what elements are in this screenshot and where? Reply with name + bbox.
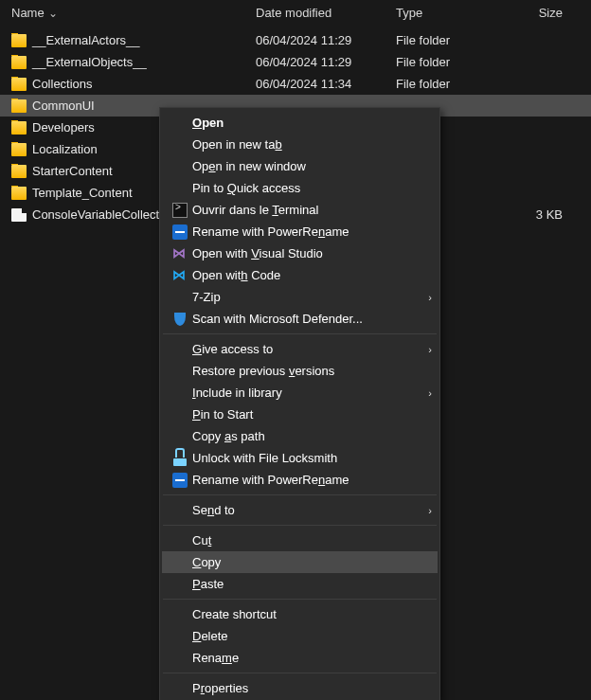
folder-icon	[11, 165, 27, 178]
menu-item-icon-slot	[168, 473, 192, 488]
visual-studio-icon: ⋈	[172, 246, 188, 261]
menu-item-icon-slot: ⋈	[168, 268, 192, 283]
menu-item-label: 7-Zip	[192, 290, 417, 304]
file-name-label: ConsoleVariableCollection	[32, 207, 176, 222]
file-type-label: File folder	[396, 55, 510, 69]
menu-item-label: Pin to Quick access	[192, 181, 417, 195]
menu-item-icon-slot	[168, 224, 192, 240]
file-date-label: 06/04/2024 11:34	[256, 77, 396, 91]
context-menu-item[interactable]: Paste	[162, 573, 438, 595]
file-type-label: File folder	[396, 33, 510, 47]
menu-item-label: Open with Visual Studio	[192, 246, 417, 260]
context-menu-item[interactable]: Cut	[162, 529, 438, 551]
context-menu-item[interactable]: Unlock with File Locksmith	[162, 447, 438, 469]
context-menu-item[interactable]: Restore previous versions	[162, 360, 438, 382]
file-row[interactable]: __ExternalActors__06/04/2024 11:29File f…	[0, 29, 591, 51]
context-menu-item[interactable]: Scan with Microsoft Defender...	[162, 308, 438, 330]
context-menu-item[interactable]: Copy as path	[162, 425, 438, 447]
terminal-icon	[172, 203, 188, 218]
file-date-label: 06/04/2024 11:29	[256, 55, 396, 69]
file-row[interactable]: Collections06/04/2024 11:34File folder	[0, 73, 591, 95]
context-menu-item[interactable]: Copy	[162, 551, 438, 573]
column-header-name[interactable]: Name ⌄	[11, 6, 256, 20]
submenu-arrow-icon: ›	[417, 387, 432, 399]
context-menu-item[interactable]: Pin to Start	[162, 404, 438, 425]
vscode-icon: ⋈	[172, 268, 188, 283]
menu-item-label: Create shortcut	[192, 607, 417, 621]
context-menu-item[interactable]: 7-Zip›	[162, 286, 438, 308]
menu-item-label: Include in library	[192, 386, 417, 400]
context-menu-item[interactable]: Rename with PowerRename	[162, 221, 438, 242]
menu-item-label: Ouvrir dans le Terminal	[192, 203, 417, 217]
menu-item-label: Properties	[192, 681, 417, 695]
folder-icon	[11, 187, 27, 200]
file-name-label: Developers	[32, 120, 95, 135]
menu-item-label: Rename	[192, 651, 417, 665]
context-menu-item[interactable]: ⋈Open with Visual Studio	[162, 242, 438, 264]
menu-item-label: Open	[192, 116, 417, 130]
file-icon	[11, 208, 27, 222]
sort-indicator-icon: ⌄	[48, 7, 58, 20]
menu-item-label: Send to	[192, 503, 417, 517]
menu-item-label: Scan with Microsoft Defender...	[192, 312, 417, 326]
menu-item-icon-slot	[168, 313, 192, 326]
context-menu-item[interactable]: Properties	[162, 677, 438, 699]
menu-item-icon-slot	[168, 203, 192, 218]
menu-item-label: Copy	[192, 555, 417, 569]
powerrename-icon	[172, 473, 188, 488]
menu-separator	[163, 333, 437, 334]
context-menu-item[interactable]: Ouvrir dans le Terminal	[162, 199, 438, 221]
column-header-name-label: Name	[11, 6, 45, 20]
menu-item-label: Copy as path	[192, 429, 417, 443]
folder-icon	[11, 78, 27, 91]
submenu-arrow-icon: ›	[417, 292, 432, 303]
file-name-label: StarterContent	[32, 164, 113, 178]
submenu-arrow-icon: ›	[417, 344, 432, 355]
lock-icon	[173, 450, 187, 466]
menu-item-label: Delete	[192, 629, 417, 643]
menu-separator	[163, 599, 437, 600]
context-menu-item[interactable]: Create shortcut	[162, 603, 438, 625]
file-date-label: 06/04/2024 11:29	[256, 33, 396, 47]
menu-item-label: Paste	[192, 577, 417, 591]
column-header-date[interactable]: Date modified	[256, 6, 396, 20]
file-name-label: Collections	[32, 77, 93, 91]
context-menu-item[interactable]: ⋈Open with Code	[162, 264, 438, 286]
context-menu-item[interactable]: Open in new tab	[162, 134, 438, 155]
column-header-type[interactable]: Type	[396, 6, 510, 20]
file-row[interactable]: __ExternalObjects__06/04/2024 11:29File …	[0, 51, 591, 73]
menu-item-label: Open in new tab	[192, 137, 417, 152]
context-menu-item[interactable]: Open	[162, 112, 438, 134]
file-size-label: 3 KB	[510, 207, 580, 222]
file-name-label: Localization	[32, 142, 98, 156]
context-menu-item[interactable]: Rename with PowerRename	[162, 469, 438, 491]
menu-item-label: Cut	[192, 533, 417, 547]
folder-icon	[11, 99, 27, 113]
menu-item-label: Rename with PowerRename	[192, 224, 417, 239]
menu-item-label: Rename with PowerRename	[192, 473, 417, 487]
column-header-size[interactable]: Size	[510, 6, 580, 20]
menu-item-icon-slot	[168, 450, 192, 466]
context-menu-item[interactable]: Open in new window	[162, 155, 438, 177]
file-name-label: __ExternalActors__	[32, 33, 139, 47]
file-type-label: File folder	[396, 77, 510, 91]
submenu-arrow-icon: ›	[417, 505, 432, 516]
shield-icon	[174, 313, 186, 326]
folder-icon	[11, 143, 27, 156]
menu-item-label: Open with Code	[192, 268, 417, 282]
column-header-row: Name ⌄ Date modified Type Size	[0, 0, 591, 29]
menu-separator	[163, 673, 437, 673]
file-name-label: __ExternalObjects__	[32, 55, 147, 69]
folder-icon	[11, 56, 27, 69]
menu-separator	[163, 525, 437, 526]
menu-item-label: Open in new window	[192, 159, 417, 173]
menu-item-label: Pin to Start	[192, 407, 417, 422]
menu-item-label: Give access to	[192, 342, 417, 356]
context-menu-item[interactable]: Delete	[162, 625, 438, 647]
context-menu-item[interactable]: Give access to›	[162, 338, 438, 360]
context-menu-item[interactable]: Pin to Quick access	[162, 177, 438, 199]
powerrename-icon	[172, 224, 188, 240]
context-menu-item[interactable]: Send to›	[162, 499, 438, 521]
context-menu-item[interactable]: Rename	[162, 647, 438, 669]
context-menu-item[interactable]: Include in library›	[162, 382, 438, 404]
